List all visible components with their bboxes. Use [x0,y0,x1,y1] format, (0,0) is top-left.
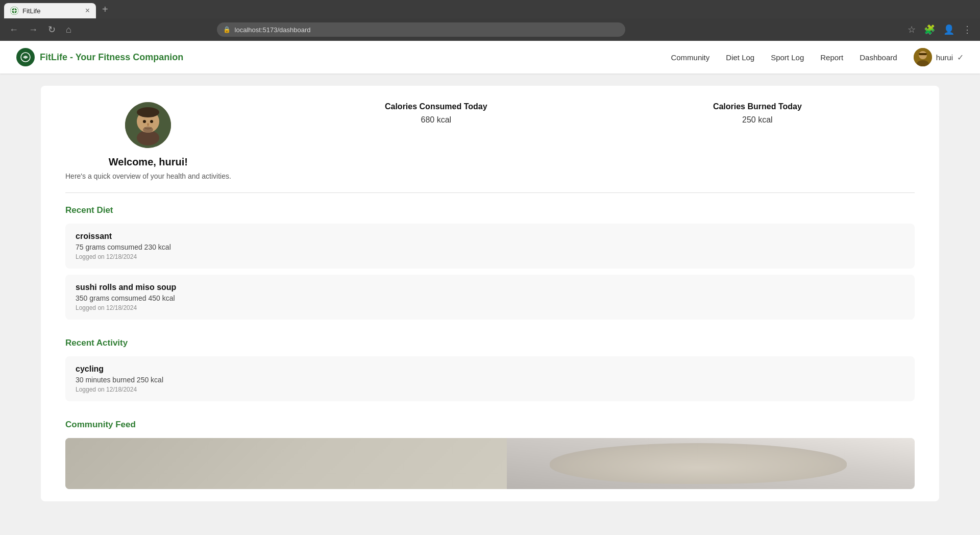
activity-item-detail-0: 30 minutes burned 250 kcal [76,376,904,384]
svg-point-13 [143,120,146,123]
nav-links: Community Diet Log Sport Log Report Dash… [671,53,897,62]
community-feed-section: Community Feed [41,407,939,501]
stat-burned-label: Calories Burned Today [713,102,802,111]
stat-consumed-value: 680 kcal [385,115,487,125]
nav-dashboard[interactable]: Dashboard [860,53,897,62]
app-content: FitLife - Your Fitness Companion Communi… [0,41,980,535]
tab-title: FitLife [22,7,40,15]
hero-section: Welcome, hurui! Here's a quick overview … [41,86,939,501]
activity-item-cycling: cycling 30 minutes burned 250 kcal Logge… [65,356,915,401]
user-check-icon: ✓ [957,53,964,62]
stat-burned-value: 250 kcal [713,115,802,125]
recent-activity-title: Recent Activity [65,326,915,356]
toolbar-right: ☆ 🧩 👤 ⋮ [905,22,974,37]
hero-left: Welcome, hurui! Here's a quick overview … [65,102,231,180]
hero-subtitle: Here's a quick overview of your health a… [65,172,231,180]
new-tab-button[interactable]: + [96,2,114,17]
nav-community[interactable]: Community [671,53,709,62]
diet-item-detail-0: 75 grams comsumed 230 kcal [76,243,904,251]
activity-item-name-0: cycling [76,364,904,374]
nav-sport-log[interactable]: Sport Log [771,53,804,62]
browser-toolbar: ← → ↻ ⌂ 🔒 localhost:5173/dashboard ☆ 🧩 👤… [0,18,980,41]
svg-point-16 [143,127,153,133]
tab-close-button[interactable]: × [85,7,90,15]
diet-item-name-0: croissant [76,232,904,241]
app-logo[interactable]: FitLife - Your Fitness Companion [16,48,183,66]
svg-point-15 [147,123,149,126]
svg-point-14 [150,120,153,123]
home-button[interactable]: ⌂ [63,22,75,37]
user-avatar [914,48,932,66]
diet-item-croissant: croissant 75 grams comsumed 230 kcal Log… [65,224,915,269]
recent-diet-section: Recent Diet croissant 75 grams comsumed … [41,193,939,320]
app-navbar: FitLife - Your Fitness Companion Communi… [0,41,980,74]
tab-favicon [10,7,18,15]
community-feed-title: Community Feed [65,407,915,438]
back-button[interactable]: ← [6,22,21,37]
diet-item-name-1: sushi rolls and miso soup [76,283,904,292]
activity-item-date-0: Logged on 12/18/2024 [76,386,904,393]
stat-consumed-label: Calories Consumed Today [385,102,487,111]
svg-rect-7 [919,53,927,55]
user-name: hurui [936,53,953,62]
svg-rect-12 [139,111,157,114]
nav-report[interactable]: Report [820,53,843,62]
stat-calories-burned: Calories Burned Today 250 kcal [713,102,802,125]
bookmark-icon[interactable]: ☆ [905,22,918,37]
recent-activity-section: Recent Activity cycling 30 minutes burne… [41,326,939,401]
lock-icon: 🔒 [223,26,231,33]
user-avatar-large [125,102,171,148]
forward-button[interactable]: → [26,22,41,37]
diet-item-date-0: Logged on 12/18/2024 [76,253,904,260]
welcome-text: Welcome, hurui! [109,156,188,168]
community-feed-image [65,438,915,489]
diet-item-date-1: Logged on 12/18/2024 [76,304,904,311]
stat-calories-consumed: Calories Consumed Today 680 kcal [385,102,487,125]
tab-bar: FitLife × + [0,0,980,18]
address-bar[interactable]: 🔒 localhost:5173/dashboard [217,22,625,37]
refresh-button[interactable]: ↻ [45,22,59,37]
logo-icon [16,48,35,66]
hero-stats: Calories Consumed Today 680 kcal Calorie… [231,102,915,125]
diet-item-detail-1: 350 grams comsumed 450 kcal [76,294,904,302]
address-text: localhost:5173/dashboard [235,26,311,34]
extensions-icon[interactable]: 🧩 [922,22,937,37]
app-logo-text: FitLife - Your Fitness Companion [40,52,183,63]
nav-diet-log[interactable]: Diet Log [726,53,754,62]
user-menu[interactable]: hurui ✓ [914,48,964,66]
recent-diet-title: Recent Diet [65,193,915,224]
diet-item-sushi: sushi rolls and miso soup 350 grams coms… [65,275,915,320]
browser-window: FitLife × + ← → ↻ ⌂ 🔒 localhost:5173/das… [0,0,980,535]
menu-icon[interactable]: ⋮ [961,22,974,37]
browser-tab[interactable]: FitLife × [4,3,96,18]
profile-icon[interactable]: 👤 [941,22,957,37]
